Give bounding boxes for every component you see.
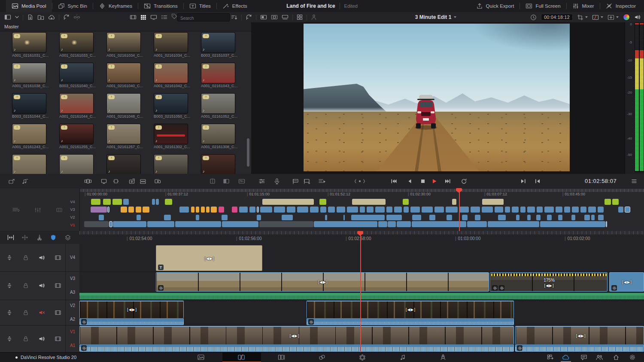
go-to-start-button[interactable] [391, 179, 397, 184]
resolve-color-icon[interactable] [623, 14, 630, 21]
timeline-options-menu[interactable] [631, 179, 637, 184]
clip-settings-badge[interactable] [611, 285, 617, 291]
full-screen-button[interactable]: Full Screen [520, 0, 566, 12]
audio-clip-a2[interactable] [307, 318, 514, 325]
relink-button[interactable] [73, 14, 80, 20]
audio-clip-a1[interactable] [515, 344, 644, 352]
transition-button[interactable] [223, 178, 230, 184]
media-clip-thumbnail[interactable]: ↑♪ [154, 32, 188, 53]
video-clip[interactable]: [◀▶] [156, 272, 489, 292]
titles-button[interactable]: Titles [184, 0, 216, 12]
clip-settings-badge[interactable] [81, 319, 87, 325]
dynamic-trim-button[interactable] [21, 234, 28, 240]
video-clip[interactable]: [◀▶] [609, 272, 644, 292]
media-clip-thumbnail[interactable]: ↑♪ [12, 154, 46, 174]
tools-button[interactable] [258, 178, 265, 184]
retime-badge[interactable] [499, 285, 504, 291]
media-clip-thumbnail[interactable]: ↑♪ [59, 32, 94, 53]
sort-button[interactable] [231, 15, 237, 20]
import-folder-button[interactable] [37, 14, 44, 20]
import-media-button[interactable] [27, 14, 33, 20]
tag-filter-button[interactable] [171, 13, 177, 21]
poi-flag-button[interactable] [292, 178, 299, 184]
clip-settings-badge[interactable] [308, 319, 314, 325]
record-mode-button[interactable] [354, 179, 365, 184]
view-grid-button[interactable] [140, 15, 146, 20]
timeline-minimap[interactable]: |01:00:00:00|01:00:37:12|01:01:15:00|01:… [0, 188, 644, 231]
media-clip-thumbnail[interactable]: ↑♪ [106, 154, 141, 174]
clip-settings-badge[interactable] [517, 345, 522, 351]
track-lock-button[interactable] [23, 255, 29, 261]
transform-tool-button[interactable] [608, 15, 619, 20]
track-header-v3[interactable]: V3A3 [0, 271, 79, 300]
pose-tool-button[interactable] [311, 14, 317, 20]
minimap-ruler[interactable] [79, 189, 644, 192]
track-header-v4[interactable]: V4 [0, 244, 79, 272]
sync-button[interactable] [63, 14, 70, 20]
page-color-button[interactable] [359, 354, 366, 361]
media-clip-thumbnail[interactable]: ↑♪ [12, 124, 46, 144]
viewer-cinema-button[interactable] [282, 15, 289, 20]
keyframes-button[interactable]: Keyframes [93, 0, 138, 12]
track-audio-button[interactable] [39, 255, 45, 261]
media-clip-thumbnail[interactable]: ↑♪ [59, 63, 94, 83]
track-thumbnail-toggle[interactable] [55, 255, 61, 260]
ripple-overwrite-button[interactable] [154, 178, 161, 184]
flag-layers-button[interactable] [64, 234, 71, 240]
append-edit-button[interactable] [140, 178, 146, 184]
clip-settings-badge[interactable] [492, 285, 498, 291]
clip-settings-badge[interactable] [158, 285, 164, 291]
project-manager-button[interactable] [547, 354, 554, 360]
media-clip-thumbnail[interactable]: ↑♪ [12, 32, 46, 53]
overwrite-edit-button[interactable] [84, 178, 92, 184]
media-clip-thumbnail[interactable]: ↑♪ [201, 63, 235, 83]
track-header-v1[interactable]: V1A1 [0, 325, 79, 353]
media-clip-thumbnail[interactable]: ↑♪ [12, 93, 46, 114]
track-height-toggle[interactable] [6, 336, 12, 342]
page-edit-button[interactable] [278, 354, 286, 360]
settings-button[interactable] [629, 354, 636, 361]
track-thumbnail-toggle[interactable] [55, 336, 61, 341]
stop-button[interactable] [421, 179, 425, 184]
track-mute-button[interactable] [39, 310, 45, 316]
mini-opt1-button[interactable] [12, 207, 20, 212]
audio-clip-a3[interactable] [79, 293, 644, 299]
title-clip[interactable]: [◀▶]T [156, 245, 262, 271]
insert-audio-button[interactable] [21, 178, 28, 184]
media-clip-thumbnail[interactable]: ↑♪ [59, 93, 94, 114]
play-button[interactable] [432, 179, 437, 184]
timeline-selector[interactable]: 3 Minute Edit 1 [404, 12, 468, 22]
preview-button[interactable] [319, 178, 326, 184]
play-from-start-button[interactable] [535, 179, 541, 184]
collaboration-button[interactable] [596, 354, 603, 360]
track-header-v2[interactable]: V2A2 [0, 300, 79, 325]
place-on-top-button[interactable] [128, 178, 135, 184]
cloud-import-button[interactable] [48, 14, 55, 20]
video-clip-v2[interactable]: [◀▶] [79, 301, 184, 318]
inspector-button[interactable]: Inspector [600, 0, 641, 12]
media-clip-thumbnail[interactable]: ↑♪ [59, 154, 94, 174]
replace-edit-button[interactable] [100, 178, 107, 184]
media-clip-thumbnail[interactable]: ↑♪ [106, 63, 141, 83]
insert-clip-button[interactable] [8, 178, 15, 184]
effects-button[interactable]: Effects [217, 0, 253, 12]
video-clip-v2[interactable]: [◀▶] [307, 301, 514, 318]
play-around-button[interactable] [521, 179, 526, 184]
track-thumbnail-toggle[interactable] [55, 310, 61, 315]
track-audio-button[interactable] [39, 336, 45, 342]
video-clip-v1[interactable]: [◀▶] [79, 326, 514, 344]
smooth-cut-button[interactable] [238, 178, 245, 184]
page-cut-button[interactable] [237, 354, 245, 360]
mixer-button[interactable]: Mixer [567, 0, 600, 12]
media-clip-thumbnail[interactable]: ↑♪ [154, 93, 188, 114]
page-fusion-button[interactable] [319, 354, 325, 360]
media-clip-thumbnail[interactable]: ↑♪ [154, 154, 188, 174]
page-fairlight-button[interactable] [400, 354, 406, 360]
crop-tool-button[interactable] [577, 14, 588, 21]
media-clip-thumbnail[interactable]: ↑♪ [201, 32, 235, 53]
fit-to-fill-button[interactable] [112, 178, 119, 184]
media-pool-scrollbar[interactable] [247, 138, 249, 167]
loop-button[interactable] [461, 179, 467, 184]
video-clip-v1[interactable]: [◀▶] [515, 326, 644, 344]
viewer-single-button[interactable] [260, 15, 267, 20]
